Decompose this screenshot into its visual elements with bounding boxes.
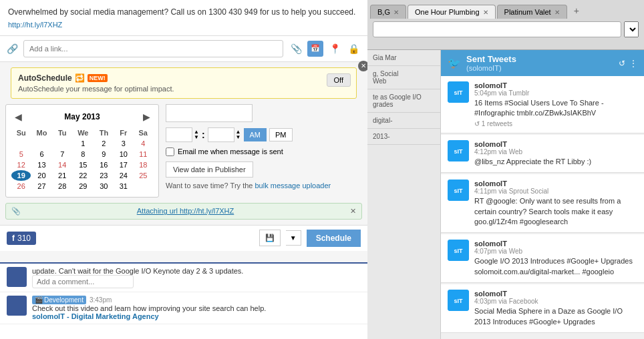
lower-text-2: Check out this video and learn how impro…	[32, 304, 361, 312]
minute-input[interactable]: 35	[208, 127, 234, 142]
calendar-day[interactable]: 3	[114, 138, 133, 149]
calendar-day[interactable]: 29	[72, 181, 94, 192]
tweet-avatar: sIT	[448, 180, 469, 201]
lock-icon[interactable]: 🔒	[346, 41, 361, 56]
tweet-item: sIT solomoIT 4:07pm via Web Google I/O 2…	[441, 234, 644, 283]
email-checkbox[interactable]	[166, 147, 174, 156]
calendar-day[interactable]: 13	[31, 159, 52, 170]
calendar-day[interactable]: 2	[94, 138, 114, 149]
calendar-day[interactable]: 12	[11, 159, 31, 170]
new-badge: NEW!	[88, 74, 108, 82]
post-link[interactable]: http://ht.ly/l7XHZ	[8, 21, 359, 29]
calendar-day[interactable]: 10	[114, 149, 133, 159]
middle-item-1[interactable]: Gia Mar	[367, 50, 440, 66]
calendar-day[interactable]: 6	[31, 149, 52, 159]
attach-url[interactable]: Attaching url http://ht.ly/l7XHZ	[137, 207, 234, 215]
location-icon[interactable]: 📍	[327, 41, 342, 56]
calendar-day[interactable]: 7	[53, 149, 72, 159]
calendar-day[interactable]: 26	[11, 181, 31, 192]
calendar-icon-btn[interactable]: 📅	[307, 41, 323, 57]
tab-ohp-close[interactable]: ✕	[483, 9, 488, 16]
cal-day-mo: Mo	[31, 127, 52, 138]
calendar-day[interactable]: 23	[94, 170, 114, 181]
tab-ohp[interactable]: One Hour Plumbing ✕	[408, 5, 496, 19]
url-input[interactable]	[373, 21, 621, 37]
url-dropdown[interactable]	[624, 21, 639, 37]
calendar-day[interactable]: 18	[134, 159, 153, 170]
tab-ohp-label: One Hour Plumbing	[415, 8, 480, 16]
post-toolbar: 🔗 📎 📅 📍 🔒	[0, 36, 367, 62]
post-header: Overwhelmed by social media management? …	[0, 0, 367, 36]
tab-pv-close[interactable]: ✕	[554, 9, 560, 16]
calendar-day[interactable]: 17	[114, 159, 133, 170]
am-button[interactable]: AM	[244, 128, 267, 141]
tweet-content: solomoIT 4:03pm via Facebook Social Medi…	[474, 290, 637, 327]
middle-item-4[interactable]: digital-	[367, 113, 440, 129]
calendar-day[interactable]: 19	[11, 170, 31, 181]
calendar-day[interactable]: 22	[72, 170, 94, 181]
view-date-button[interactable]: View date in Publisher	[166, 161, 253, 178]
save-button[interactable]: 💾	[259, 230, 281, 246]
middle-item-5[interactable]: 2013-	[367, 129, 440, 145]
link-input[interactable]	[23, 40, 283, 57]
calendar-day[interactable]: 30	[94, 181, 114, 192]
calendar-day[interactable]: 28	[53, 181, 72, 192]
cal-day-fr: Fr	[114, 127, 133, 138]
calendar-next[interactable]: ▶	[140, 110, 153, 123]
time-row: 10 ▲ ▼ : 35 ▲ ▼ AM PM	[166, 127, 362, 142]
pm-button[interactable]: PM	[269, 128, 293, 141]
calendar-day[interactable]: 5	[11, 149, 31, 159]
calendar-day[interactable]: 1	[72, 138, 94, 149]
calendar-prev[interactable]: ◀	[11, 110, 25, 123]
save-dropdown[interactable]: ▼	[286, 230, 301, 246]
calendar-day[interactable]: 9	[94, 149, 114, 159]
hour-input[interactable]: 10	[166, 127, 192, 142]
middle-item-3[interactable]: te as Google I/Ogrades	[367, 89, 440, 113]
calendar-day[interactable]: 25	[134, 170, 153, 181]
calendar-day[interactable]: 15	[72, 159, 94, 170]
tweet-text: Social Media Sphere in a Daze as Google …	[474, 306, 637, 327]
calendar-day[interactable]: 24	[114, 170, 133, 181]
date-input[interactable]: 2013-05-19	[166, 104, 253, 122]
schedule-button[interactable]: Schedule	[307, 230, 361, 247]
add-tab-button[interactable]: +	[569, 3, 585, 19]
calendar-day[interactable]: 20	[31, 170, 52, 181]
tweet-avatar: sIT	[448, 81, 469, 103]
middle-item-2[interactable]: g, SocialWeb	[367, 66, 440, 89]
calendar-day[interactable]: 11	[134, 149, 153, 159]
calendar-day[interactable]: 8	[72, 149, 94, 159]
bottom-bar: f 310 💾 ▼ Schedule	[0, 225, 367, 251]
calendar-day[interactable]: 4	[134, 138, 153, 149]
paperclip-icon[interactable]: 📎	[289, 41, 303, 56]
tweet-text: @libs_nz Appreciate the RT Libby :)	[474, 157, 637, 167]
tweet-item: sIT solomoIT 4:11pm via Sprout Social RT…	[441, 174, 644, 233]
twitter-header: 🐦 Sent Tweets (solomoIT) ↺ ⋮	[441, 50, 644, 76]
dev-icon: 🎬	[35, 296, 43, 304]
attach-close[interactable]: ✕	[350, 207, 356, 216]
hour-down[interactable]: ▼	[194, 135, 199, 140]
lower-avatar-1	[7, 267, 27, 287]
calendar-day[interactable]: 16	[94, 159, 114, 170]
calendar-header: ◀ May 2013 ▶	[11, 110, 153, 123]
twitter-bird-icon: 🐦	[448, 57, 461, 69]
bulk-uploader-link[interactable]: bulk message uploader	[255, 182, 331, 190]
scheduler: ◀ May 2013 ▶ Su Mo Tu We Th Fr Sa	[5, 104, 362, 198]
tweet-user: solomoIT	[474, 290, 507, 298]
tweet-item: sIT solomoIT 5:04pm via Tumblr 16 Items …	[441, 76, 644, 133]
tweet-avatar: sIT	[448, 290, 469, 311]
calendar-day[interactable]: 21	[53, 170, 72, 181]
calendar-day[interactable]: 27	[31, 181, 52, 192]
tab-bg[interactable]: B,G ✕	[370, 5, 406, 19]
off-button[interactable]: Off	[327, 73, 351, 87]
lower-comment-input[interactable]	[32, 275, 134, 288]
email-check-row: Email me when message is sent	[166, 147, 362, 156]
tweet-user: solomoIT	[474, 140, 507, 148]
calendar-day[interactable]: 31	[114, 181, 133, 192]
tab-bg-close[interactable]: ✕	[393, 9, 399, 16]
calendar-day[interactable]: 14	[53, 159, 72, 170]
autoschedule-icon: 🔁	[75, 73, 85, 83]
twitter-options-icon[interactable]: ⋮	[629, 59, 637, 68]
twitter-refresh-icon[interactable]: ↺	[619, 59, 625, 68]
minute-down[interactable]: ▼	[236, 135, 241, 140]
tab-pv[interactable]: Platinum Valet ✕	[497, 5, 567, 19]
